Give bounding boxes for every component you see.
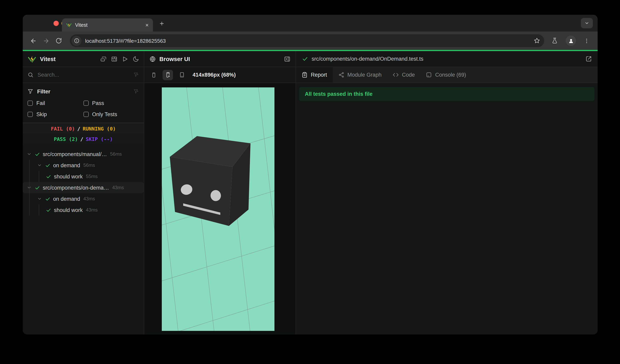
url-text[interactable]: localhost:5173/#/?file=1828625563 [85, 38, 534, 44]
3d-cube-scene [162, 87, 274, 331]
clear-filter-icon[interactable] [133, 88, 139, 94]
tree-row-file-selected[interactable]: src/components/on-dema… 43ms [23, 182, 144, 193]
report-content: All tests passed in this file [296, 83, 598, 335]
panel-title: Browser UI [159, 56, 190, 62]
device-phone-plus-icon[interactable] [163, 70, 173, 80]
site-info-icon[interactable] [72, 36, 81, 46]
new-tab-button[interactable] [156, 18, 167, 29]
test-tree: src/components/manual/… 56ms on demand 5… [23, 145, 144, 335]
screenshot-stage: Vitest [0, 0, 620, 364]
search-bar [23, 67, 144, 83]
app-title: Vitest [40, 56, 56, 62]
dark-mode-moon-icon[interactable] [133, 56, 139, 62]
fail-count: FAIL (0) [51, 126, 75, 131]
checkbox[interactable] [28, 112, 33, 117]
viewport-size-label: 414x896px (68%) [193, 72, 236, 78]
filter-checkbox-pass[interactable]: Pass [83, 100, 139, 106]
tree-row-test[interactable]: should work 55ms [23, 171, 144, 182]
tab-search-button[interactable] [581, 18, 593, 28]
tab-code[interactable]: Code [387, 67, 420, 83]
code-brackets-icon [393, 72, 399, 78]
tree-guide-line [39, 204, 39, 216]
pass-check-icon [45, 196, 50, 201]
globe-icon [149, 56, 156, 62]
browser-window: Vitest [23, 15, 598, 335]
bookmark-star-icon[interactable] [534, 38, 540, 44]
duration: 56ms [83, 162, 95, 168]
checkbox[interactable] [28, 101, 33, 106]
chevron-down-icon[interactable] [37, 196, 42, 201]
tested-page-viewport[interactable] [162, 87, 274, 331]
pass-check-icon [35, 151, 40, 157]
run-all-play-icon[interactable] [122, 56, 128, 62]
clear-filter-icon[interactable] [133, 72, 139, 78]
pass-check-icon [35, 185, 40, 190]
device-phone-small-icon[interactable] [149, 70, 159, 80]
report-panel: src/components/on-demand/OnDemand.test.t… [296, 51, 598, 335]
tree-guide-line [39, 171, 39, 182]
pass-count: PASS (2) [54, 136, 78, 142]
duration: 43ms [83, 196, 95, 202]
filter-checkbox-skip[interactable]: Skip [28, 111, 83, 117]
close-window-button[interactable] [54, 21, 59, 26]
browser-menu-icon[interactable] [584, 38, 590, 44]
chevron-down-icon[interactable] [37, 163, 42, 168]
module-graph-icon [338, 72, 344, 78]
checkbox[interactable] [83, 112, 89, 117]
filter-title: Filter [37, 88, 50, 94]
reload-button[interactable] [52, 34, 65, 47]
filter-checkbox-only-tests[interactable]: Only Tests [83, 111, 139, 117]
duration: 43ms [112, 185, 124, 190]
pass-check-icon [46, 207, 51, 213]
chrome-labs-flask-icon[interactable] [551, 37, 558, 44]
filter-panel: Filter Fail Pass Skip Only Tests [23, 83, 144, 123]
duration: 55ms [86, 174, 98, 179]
browser-ui-header: Browser UI [144, 51, 296, 67]
search-icon [28, 72, 33, 78]
dashboard-windows-icon[interactable] [100, 56, 107, 62]
test-file-path: src/components/on-demand/OnDemand.test.t… [311, 56, 423, 62]
tree-row-file[interactable]: src/components/manual/… 56ms [23, 148, 144, 160]
tree-row-suite[interactable]: on demand 43ms [23, 193, 144, 204]
panel-right-open-icon[interactable] [284, 56, 290, 62]
chevron-down-icon[interactable] [27, 152, 31, 157]
report-grid-icon[interactable] [111, 56, 117, 62]
tree-row-test[interactable]: should work 43ms [23, 204, 144, 216]
file-pass-check-icon [302, 56, 308, 62]
vitest-app: Vitest [23, 51, 598, 335]
running-count: RUNNING (0) [83, 126, 116, 131]
profile-avatar[interactable] [566, 36, 576, 46]
tab-close-icon[interactable] [145, 23, 149, 27]
back-button[interactable] [27, 34, 40, 47]
duration: 43ms [86, 207, 98, 213]
filter-checkbox-fail[interactable]: Fail [28, 100, 83, 106]
device-tablet-icon[interactable] [177, 70, 187, 80]
vitest-logo-icon [28, 55, 36, 63]
forward-button[interactable] [40, 34, 52, 47]
robot-cube [170, 136, 250, 226]
pass-check-icon [46, 174, 51, 179]
test-summary: FAIL (0) / RUNNING (0) PASS (2) / SKIP (… [23, 123, 144, 145]
sidebar-header: Vitest [23, 51, 144, 67]
tree-row-suite[interactable]: on demand 56ms [23, 160, 144, 171]
tab-module-graph[interactable]: Module Graph [333, 67, 387, 83]
tree-guide-line [29, 160, 30, 216]
tab-title: Vitest [75, 22, 142, 28]
console-terminal-icon [426, 72, 432, 78]
search-input[interactable] [38, 72, 129, 78]
filter-funnel-icon [28, 89, 33, 94]
clipboard-report-icon [302, 72, 308, 78]
tab-report[interactable]: Report [296, 67, 333, 83]
browser-tabstrip: Vitest [23, 15, 598, 31]
open-external-icon[interactable] [586, 56, 592, 62]
browser-ui-panel: Browser UI 414x896px (68%) [144, 51, 296, 335]
address-bar[interactable]: localhost:5173/#/?file=1828625563 [70, 34, 544, 47]
sidebar: Vitest [23, 51, 144, 335]
browser-tab[interactable]: Vitest [62, 18, 153, 31]
report-header: src/components/on-demand/OnDemand.test.t… [296, 51, 598, 67]
tab-console[interactable]: Console (69) [420, 67, 472, 83]
checkbox[interactable] [83, 101, 89, 106]
device-toolbar: 414x896px (68%) [144, 67, 296, 83]
pass-check-icon [45, 163, 50, 168]
report-tabbar: Report Module Graph Code [296, 67, 598, 83]
